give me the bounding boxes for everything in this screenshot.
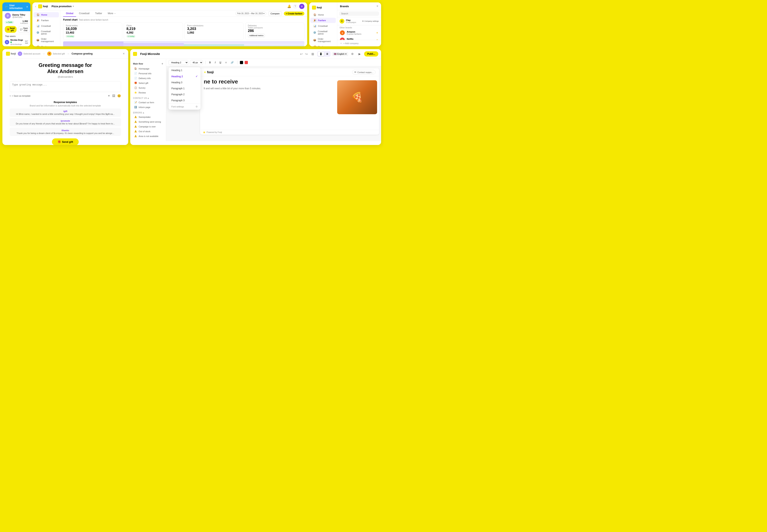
ms-item-contact-form[interactable]: 📝 Contact us form <box>131 100 165 105</box>
italic-button[interactable]: I <box>214 60 217 65</box>
brands-sidebar: ⭐ fooji 🏠Home 🎉Fanfare 📊Crowdsail ⚙️Crow… <box>309 2 337 46</box>
tab-twitter[interactable]: Twitter <box>92 10 105 17</box>
title-chevron[interactable]: ▾ <box>73 5 74 8</box>
sidebar-item-home[interactable]: 🏠 Home <box>34 12 59 17</box>
dd-paragraph1[interactable]: Paragraph 1 <box>169 85 201 91</box>
ms-item-campaign-over[interactable]: ⚠️ Campaign is over <box>131 124 165 129</box>
color-red[interactable] <box>245 61 248 64</box>
ms-item-review[interactable]: ⭐ Review <box>131 90 165 95</box>
settings-button[interactable]: ⚙ <box>350 51 355 57</box>
heading-select[interactable]: Heading 2 Heading 1 Heading 3 Paragraph … <box>169 60 188 65</box>
add-company-button[interactable]: ＋ + Add company <box>337 40 381 46</box>
send-gift-button[interactable]: 🎁 Send gift <box>52 138 79 145</box>
underline-button[interactable]: U <box>218 60 223 65</box>
sparkle-icon[interactable]: ✦ <box>108 94 110 98</box>
undo-button[interactable]: ↩ <box>299 52 303 56</box>
sidebar-item-stocks[interactable]: 📦Stocks <box>310 44 336 46</box>
ms-item-inform-page[interactable]: ℹ️ Inform page <box>131 105 165 109</box>
bold-button[interactable]: B <box>208 60 212 65</box>
redo-button[interactable]: ↪ <box>304 52 308 56</box>
brand-netflix[interactable]: N Netflix 26 active fanfares ★ <box>337 36 381 40</box>
active-brand[interactable]: C Clay 3 campaigns ⚙ Company settings <box>337 17 381 25</box>
play-button[interactable]: ▶ <box>357 51 363 57</box>
dd-heading3[interactable]: Heading 3 <box>169 79 201 85</box>
home-icon: 🏠 <box>134 67 137 70</box>
tab-more[interactable]: More ··· <box>105 10 119 17</box>
collapse-button[interactable]: ▴ <box>148 97 149 99</box>
contact-support-button[interactable]: ✉ Contact suppo... <box>352 70 376 74</box>
ms-item-homepage[interactable]: 🏠 Homepage <box>131 66 165 71</box>
doc-icon: 📄 <box>134 72 137 75</box>
compare-button[interactable]: Compare <box>268 11 282 16</box>
warning-icon: ⚠️ <box>134 116 137 118</box>
ms-item-delivery-info[interactable]: 📄 Delivery info <box>131 76 165 80</box>
sidebar-item-crowdsail-admin[interactable]: ⚙️Crowdsail admin <box>310 29 336 36</box>
desktop-button[interactable]: 🖥 <box>324 52 330 56</box>
company-settings[interactable]: ⚙ Company settings <box>362 20 379 22</box>
close-icon[interactable]: × <box>377 4 378 8</box>
sidebar-item-stocks[interactable]: 📦 Stocks <box>34 44 59 46</box>
tab-crowdsail[interactable]: Crowdsail <box>76 10 92 17</box>
dd-paragraph2[interactable]: Paragraph 2 <box>169 91 201 97</box>
funnel-chart <box>63 41 304 46</box>
open-chat-button[interactable]: 💬 Open chat <box>18 26 30 33</box>
color-black[interactable] <box>240 61 243 64</box>
layout-icon-button[interactable]: ⊞ <box>310 51 316 57</box>
save-template-button[interactable]: + + Save as template <box>10 95 31 97</box>
gift-icon: 🎁 <box>7 28 9 31</box>
action-buttons: 🎁 Send gift 💬 Open chat <box>2 25 30 34</box>
sidebar-item-fanfare[interactable]: 🎉 Fanfare <box>34 18 59 23</box>
chevron-icon: ▾ <box>345 53 347 55</box>
date-range[interactable]: Feb 18, 2023 – Mar 18, 2023 ▾ <box>235 12 266 15</box>
arrow-icon: → <box>42 52 45 55</box>
dd-font-settings[interactable]: Font settings ⚙ <box>169 103 201 110</box>
ms-item-personal-info[interactable]: 📄 Personal info <box>131 71 165 76</box>
back-icon[interactable]: ‹ <box>35 5 36 8</box>
ms-item-select-gift[interactable]: 🎁 Select gift <box>131 81 165 85</box>
collapse-button[interactable]: ▴ <box>143 111 144 114</box>
size-select[interactable]: 40 px 32 px 24 px <box>190 60 203 65</box>
language-selector[interactable]: 🇬🇧 English ▾ <box>332 52 348 56</box>
emoji-icon[interactable]: 😊 <box>117 94 121 98</box>
sidebar-item-crowdsail[interactable]: 📊 Crowdsail <box>34 23 59 29</box>
publish-button[interactable]: Publi... <box>364 51 378 57</box>
close-icon[interactable]: × <box>123 52 125 56</box>
sidebar-item-crowdsail[interactable]: 📊Crowdsail <box>310 23 336 29</box>
tab-global[interactable]: Global <box>63 10 76 17</box>
add-page-button[interactable]: + <box>162 62 163 65</box>
brand-amazon[interactable]: a Amazon 8 active fanfares ★ <box>337 29 381 36</box>
sidebar-item-order-mgmt[interactable]: 📦 Order management <box>34 37 59 44</box>
ms-item-something-went-wrong[interactable]: ⚠️ Something went wrong <box>131 119 165 124</box>
additional-metrics-button[interactable]: Additional metrics <box>248 34 265 37</box>
search-input[interactable] <box>339 11 379 16</box>
greeting-textarea[interactable] <box>10 81 121 92</box>
settings-icon[interactable]: ⚙ <box>196 105 198 108</box>
fooji-logo: ⭐ <box>133 52 137 56</box>
ms-item-survey[interactable]: 📋 Survey <box>131 85 165 90</box>
sidebar-item-order[interactable]: 📦Order management <box>310 37 336 44</box>
close-icon[interactable]: × <box>26 5 28 8</box>
template-gift[interactable]: /gift Hi $first-name, I wanted to send a… <box>10 108 121 117</box>
link-button[interactable]: 🔗 <box>230 60 235 65</box>
sidebar-item-home[interactable]: 🏠Home <box>310 12 336 17</box>
sidebar-item-crowdsail-admin[interactable]: ⚙️ Crowdsail admin <box>34 29 59 36</box>
avatar: D <box>5 13 11 19</box>
ms-item-out-of-stock[interactable]: ⚠️ Out of stock <box>131 129 165 134</box>
template-thanks[interactable]: /thanks Thank you for being a dream clie… <box>10 128 121 136</box>
user-badges: ● Safe 1,392 Followers <box>2 20 30 25</box>
sidebar-item-fanfare[interactable]: 🎉Fanfare <box>310 18 336 23</box>
phone-button[interactable]: 📱 <box>318 52 324 56</box>
ms-item-area-not-available[interactable]: ⚠️ Area is not available <box>131 134 165 138</box>
dd-paragraph3[interactable]: Paragraph 3 <box>169 97 201 103</box>
send-gift-button[interactable]: 🎁 Send gift <box>5 26 17 33</box>
dd-heading2[interactable]: Heading 2 ✓ <box>169 73 201 79</box>
image-icon[interactable]: 🖼 <box>112 94 115 98</box>
create-fanfare-button[interactable]: + Create fanfare <box>284 12 304 16</box>
step-selected-account: D Selected account <box>18 52 40 56</box>
ms-item-sweepstake[interactable]: ⚠️ Sweepstake <box>131 115 165 119</box>
align-button[interactable]: ≡ <box>224 60 228 65</box>
dd-heading1[interactable]: Heading 1 <box>169 67 201 73</box>
help-icon[interactable]: ? <box>293 4 297 8</box>
notification-icon[interactable]: 🔔 <box>287 4 291 8</box>
template-promote[interactable]: /promote Do you know of any friends of y… <box>10 118 121 126</box>
